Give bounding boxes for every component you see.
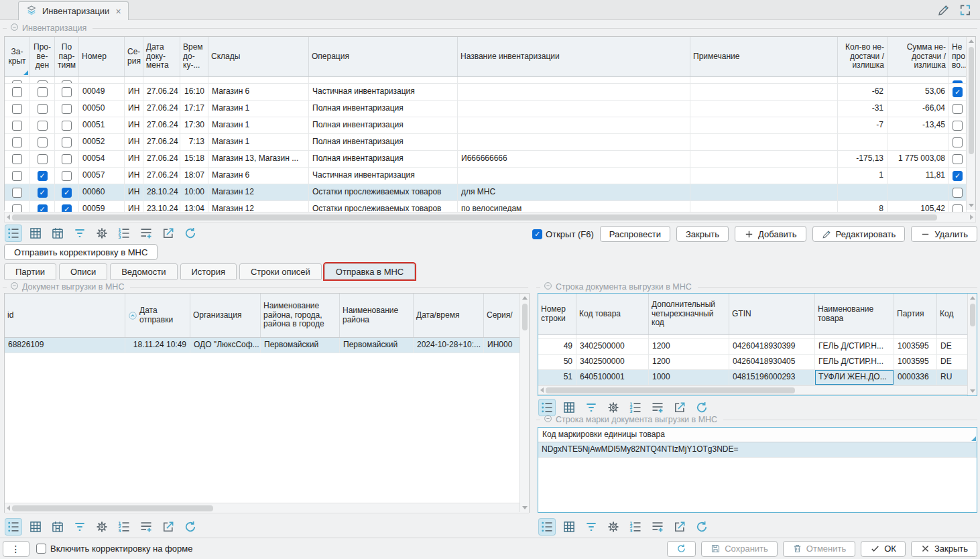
column-header-by-batches[interactable]: По пар-тиям	[55, 37, 79, 76]
checkbox[interactable]	[36, 544, 46, 554]
column-header-extra-code[interactable]: Дополнительный четырехзначный код	[649, 294, 729, 334]
unpost-button[interactable]: Распровести	[600, 226, 670, 242]
column-header-id[interactable]: id	[5, 294, 125, 337]
column-header-name[interactable]: Название инвентаризации	[458, 37, 690, 76]
checkbox[interactable]	[62, 87, 72, 97]
tab-строки-описей[interactable]: Строки описей	[239, 263, 322, 280]
tab-описи[interactable]: Описи	[59, 263, 107, 280]
filter-icon[interactable]	[583, 399, 599, 416]
collapse-icon[interactable]	[10, 282, 19, 292]
checkbox[interactable]	[62, 154, 72, 164]
tab-отправка-в-мнс[interactable]: Отправка в МНС	[324, 263, 415, 280]
table-row[interactable]: 493402500000120004260418930399ГЕЛЬ Д/СТИ…	[538, 339, 977, 355]
numbered-list-icon[interactable]: 123	[116, 519, 132, 535]
checkbox[interactable]	[38, 154, 48, 164]
table-row[interactable]: 00049ИН27.06.2416:10Магазин 6Частичная и…	[5, 84, 975, 101]
edit-pencil-icon[interactable]	[936, 2, 952, 18]
refresh-icon[interactable]	[182, 225, 198, 241]
checkbox[interactable]	[62, 104, 72, 114]
column-header-organization[interactable]: Организация	[190, 294, 261, 337]
tab-ведомости[interactable]: Ведомости	[110, 263, 177, 280]
table-row[interactable]: 00052ИН27.06.247:13Магазин 1Полная инвен…	[5, 134, 975, 151]
column-header-not-posted[interactable]: Не про во...	[949, 37, 967, 76]
tab-история[interactable]: История	[180, 263, 237, 280]
checkbox[interactable]	[12, 188, 22, 198]
column-header-closed[interactable]: За-крыт	[5, 37, 30, 76]
checkbox[interactable]	[62, 171, 72, 181]
numbered-list-icon[interactable]: 123	[627, 519, 644, 535]
collapse-icon[interactable]	[544, 282, 552, 292]
table-row[interactable]: 00054ИН27.06.2415:18Магазин 13, Магазин …	[5, 151, 975, 168]
open-external-icon[interactable]	[160, 225, 176, 241]
checkbox[interactable]	[12, 104, 22, 114]
filter-icon[interactable]	[72, 225, 88, 241]
refresh-icon[interactable]	[694, 519, 710, 535]
add-row-icon[interactable]	[138, 225, 154, 241]
checkbox[interactable]	[953, 121, 963, 131]
settings-gear-icon[interactable]	[94, 519, 110, 535]
column-header-operation[interactable]: Операция	[309, 37, 458, 76]
edit-button[interactable]: Редактировать	[812, 226, 906, 242]
refresh-button[interactable]	[667, 541, 696, 557]
table-row[interactable]: NDgxNTE5NjAwMDI5My82NTQ4NTIzMjY1OTg3NDE=	[538, 442, 977, 458]
table-row[interactable]: 6882610918.11.24 10:49ОДО "ЛюксСоф...Пер…	[5, 338, 529, 353]
export-lines-vertical-scrollbar[interactable]	[967, 294, 977, 395]
checkbox[interactable]	[953, 104, 963, 114]
close-button[interactable]: Закрыть	[911, 541, 977, 557]
export-doc-vertical-scrollbar[interactable]	[519, 294, 529, 512]
checkbox[interactable]	[12, 171, 22, 181]
checkbox[interactable]	[953, 188, 963, 198]
cancel-button[interactable]: Отменить	[783, 541, 855, 557]
grid-view-icon[interactable]	[27, 519, 44, 535]
checkbox[interactable]	[38, 137, 48, 147]
collapse-icon[interactable]	[10, 23, 19, 34]
add-row-icon[interactable]	[650, 399, 666, 416]
column-header-product-code[interactable]: Код товара	[576, 294, 649, 334]
calendar-icon[interactable]	[50, 519, 66, 535]
export-doc-horizontal-scrollbar[interactable]	[5, 503, 529, 513]
checkbox[interactable]	[953, 137, 963, 147]
grid-view-icon[interactable]	[561, 399, 577, 416]
table-row[interactable]: 00051ИН27.06.2417:30Магазин 1Полная инве…	[5, 117, 975, 134]
filter-icon[interactable]	[72, 519, 88, 535]
refresh-icon[interactable]	[182, 519, 198, 535]
column-header-datetime[interactable]: Дата/время	[414, 294, 484, 337]
checkbox[interactable]	[38, 121, 48, 131]
list-view-icon[interactable]	[5, 225, 21, 241]
checkbox[interactable]: ✓	[953, 171, 963, 181]
table-row[interactable]: 00050ИН27.06.2417:17Магазин 1Полная инве…	[5, 101, 975, 117]
settings-gear-icon[interactable]	[94, 225, 110, 241]
list-view-icon[interactable]	[5, 519, 21, 535]
table-row[interactable]: 503402500000120004260418930405ГЕЛЬ Д/СТИ…	[538, 355, 977, 370]
export-lines-horizontal-scrollbar[interactable]	[538, 385, 977, 395]
inventory-horizontal-scrollbar[interactable]	[4, 212, 976, 223]
table-row[interactable]: ✓00057ИН27.06.2418:07Магазин 6Частичная …	[5, 168, 975, 184]
collapse-icon[interactable]	[544, 414, 552, 425]
grid-view-icon[interactable]	[27, 225, 44, 241]
checkbox[interactable]	[12, 121, 22, 131]
open-filter-checkbox[interactable]: ✓ Открыт (F6)	[532, 229, 594, 239]
column-header-gtin[interactable]: GTIN	[729, 294, 815, 334]
grid-view-icon[interactable]	[561, 519, 577, 535]
column-header-product-name[interactable]: Наименование товара	[815, 294, 894, 334]
column-header-marking-code[interactable]: Код маркировки единицы товара	[538, 428, 977, 442]
column-header-sent-date[interactable]: Дата отправки	[125, 294, 190, 337]
column-header-note[interactable]: Примечание	[690, 37, 838, 76]
send-correction-button[interactable]: Отправить корректировку в МНС	[4, 244, 158, 260]
column-header-shortage-sum[interactable]: Сумма не-достачи / излишка	[887, 37, 949, 76]
refresh-icon[interactable]	[694, 399, 710, 416]
table-row[interactable]: ✓✓00060ИН28.10.2410:00Магазин 12Остатки …	[5, 184, 975, 201]
form-correction-checkbox[interactable]: Включить корректировку на форме	[36, 544, 192, 554]
checkbox[interactable]: ✓	[38, 171, 48, 181]
numbered-list-icon[interactable]: 123	[627, 399, 644, 416]
column-header-doc-date[interactable]: Дата доку-мента	[143, 37, 180, 76]
open-external-icon[interactable]	[672, 399, 688, 416]
ok-button[interactable]: ОК	[861, 541, 906, 557]
numbered-list-icon[interactable]: 123	[116, 225, 132, 241]
restore-window-icon[interactable]	[957, 2, 973, 18]
tab-close-icon[interactable]: ×	[115, 6, 121, 17]
filter-icon[interactable]	[583, 519, 599, 535]
calendar-icon[interactable]	[50, 225, 66, 241]
checkbox[interactable]	[12, 87, 22, 97]
tab-партии[interactable]: Партии	[4, 263, 56, 280]
